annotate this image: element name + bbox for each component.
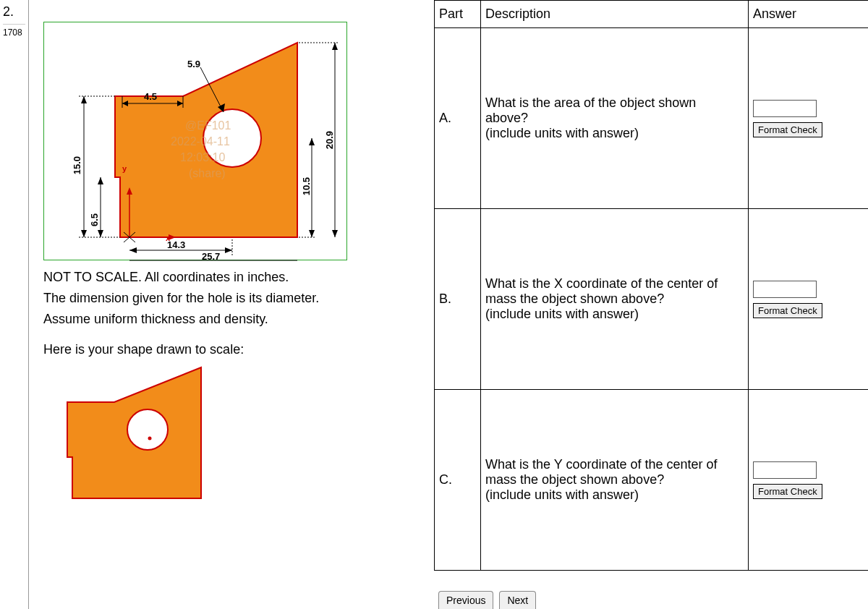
svg-marker-19 — [98, 230, 103, 237]
svg-marker-32 — [309, 138, 315, 145]
answer-input-a[interactable] — [753, 100, 817, 117]
answer-input-c[interactable] — [753, 461, 817, 479]
axis-x-label: x — [166, 234, 170, 242]
content-column: @EF101 2022-04-11 12:03:10 (share) — [29, 0, 434, 609]
format-check-button-b[interactable]: Format Check — [753, 303, 822, 318]
svg-marker-37 — [332, 230, 338, 237]
question-points: 1708 — [3, 25, 25, 38]
svg-text:12:03:10: 12:03:10 — [180, 151, 225, 163]
format-check-button-a[interactable]: Format Check — [753, 122, 822, 137]
previous-button[interactable]: Previous — [438, 591, 493, 609]
format-check-button-c[interactable]: Format Check — [753, 484, 822, 499]
answer-cell-b: Format Check — [749, 209, 869, 390]
note-line-2: The dimension given for the hole is its … — [43, 289, 420, 308]
scaled-shape — [43, 365, 231, 509]
part-label-b: B. — [435, 209, 481, 390]
table-row: A. What is the area of the object shown … — [435, 28, 869, 209]
answer-input-b[interactable] — [753, 281, 817, 298]
dim-15-0: 15.0 — [72, 156, 82, 174]
desc-b: What is the X coordinate of the center o… — [481, 209, 749, 390]
svg-marker-16 — [81, 230, 87, 237]
header-answer: Answer — [749, 1, 869, 28]
svg-marker-15 — [81, 96, 87, 103]
svg-marker-28 — [225, 247, 232, 253]
dimensioned-figure: @EF101 2022-04-11 12:03:10 (share) — [43, 22, 347, 260]
svg-marker-18 — [98, 177, 103, 184]
nav-buttons: Previous Next — [438, 591, 536, 609]
svg-text:@EF101: @EF101 — [185, 119, 231, 132]
dim-20-9: 20.9 — [324, 131, 335, 149]
dim-4-5: 4.5 — [144, 91, 157, 102]
svg-text:2022-04-11: 2022-04-11 — [171, 135, 230, 148]
answer-cell-c: Format Check — [749, 390, 869, 571]
svg-marker-36 — [332, 43, 338, 50]
answer-table-column: Part Description Answer A. What is the a… — [434, 0, 868, 609]
table-row: C. What is the Y coordinate of the cente… — [435, 390, 869, 571]
notes: NOT TO SCALE. All coordinates in inches.… — [43, 268, 420, 329]
svg-marker-33 — [309, 230, 315, 237]
note-line-3: Assume uniform thickness and density. — [43, 310, 420, 329]
header-description: Description — [481, 1, 749, 28]
scale-lead: Here is your shape drawn to scale: — [43, 342, 420, 357]
next-button[interactable]: Next — [499, 591, 536, 609]
part-label-c: C. — [435, 390, 481, 571]
question-number-column: 2. 1708 — [0, 0, 29, 609]
svg-point-39 — [127, 409, 168, 450]
axis-y-label: y — [122, 164, 127, 173]
dim-5-9: 5.9 — [187, 59, 200, 69]
table-row: B. What is the X coordinate of the cente… — [435, 209, 869, 390]
answer-table: Part Description Answer A. What is the a… — [434, 0, 868, 571]
svg-marker-27 — [129, 247, 137, 253]
desc-a: What is the area of the object shown abo… — [481, 28, 749, 209]
dim-25-7: 25.7 — [202, 251, 220, 262]
note-line-1: NOT TO SCALE. All coordinates in inches. — [43, 268, 420, 287]
answer-cell-a: Format Check — [749, 28, 869, 209]
part-label-a: A. — [435, 28, 481, 209]
svg-text:(share): (share) — [189, 167, 226, 179]
dim-6-5: 6.5 — [89, 213, 100, 226]
desc-c: What is the Y coordinate of the center o… — [481, 390, 749, 571]
dim-10-5: 10.5 — [301, 177, 312, 195]
svg-point-40 — [148, 437, 152, 440]
header-part: Part — [435, 1, 481, 28]
question-number: 2. — [3, 4, 25, 25]
